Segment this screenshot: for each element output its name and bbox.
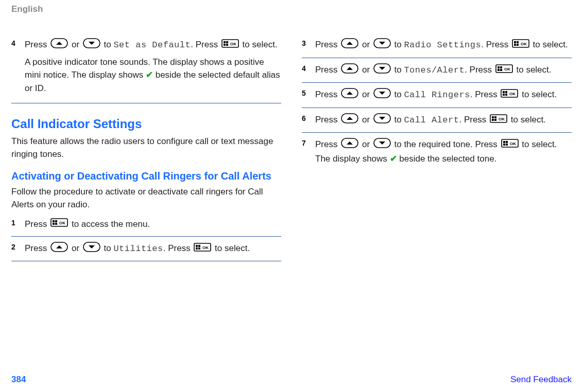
section-heading: Call Indicator Settings: [11, 117, 281, 131]
subsection-body: Follow the procedure to activate or deac…: [11, 186, 281, 211]
page-footer: 384 Send Feedback: [11, 375, 572, 385]
ok-button-icon: [221, 39, 239, 52]
menu-label: Tones/Alert: [404, 65, 465, 75]
step-5: 5 Press or to Call Ringers. Press to sel…: [302, 84, 572, 108]
down-button-icon: [373, 113, 391, 128]
up-button-icon: [50, 242, 68, 256]
step-number: 3: [302, 38, 315, 52]
step-7: 7 Press or to the required tone. Press t…: [302, 134, 572, 170]
step-number: 2: [11, 242, 25, 256]
down-button-icon: [83, 242, 100, 256]
page-number: 384: [11, 375, 26, 385]
up-button-icon: [341, 88, 358, 102]
ok-button-icon: [501, 138, 519, 152]
step-text: Press or to Call Ringers. Press to selec…: [315, 88, 572, 102]
down-button-icon: [373, 38, 391, 52]
subsection-heading: Activating or Deactivating Call Ringers …: [11, 170, 281, 183]
check-icon: ✔: [146, 70, 153, 80]
up-button-icon: [341, 38, 358, 52]
step-4-right: 4 Press or to Tones/Alert. Press to sele…: [302, 59, 572, 83]
ok-button-icon: [495, 64, 513, 77]
step-number: 4: [11, 38, 25, 98]
down-button-icon: [373, 88, 391, 102]
down-button-icon: [83, 38, 100, 52]
down-button-icon: [373, 63, 391, 78]
step-number: 7: [302, 138, 315, 165]
down-button-icon: [373, 138, 391, 152]
ok-button-icon: [501, 88, 518, 102]
language-header: English: [11, 4, 572, 14]
step-text: Press or to Call Alert. Press to select.: [315, 113, 572, 128]
step-number: 6: [302, 113, 315, 128]
step-text: Press or to Tones/Alert. Press to select…: [315, 63, 572, 78]
menu-label: Radio Settings: [404, 40, 481, 50]
step-text: Press or to Set as Default. Press to sel…: [25, 38, 281, 52]
step-number: 1: [11, 218, 25, 231]
step-number: 5: [302, 88, 315, 102]
send-feedback-link[interactable]: Send Feedback: [510, 375, 572, 385]
step-note: A positive indicator tone sounds. The di…: [25, 56, 281, 95]
section-body: This feature allows the radio users to c…: [11, 135, 281, 161]
check-icon: ✔: [390, 154, 397, 164]
step-3: 3 Press or to Radio Settings. Press to s…: [302, 34, 572, 58]
menu-label: Call Alert: [404, 115, 459, 125]
menu-label: Set as Default: [113, 40, 191, 50]
step-text: Press or to the required tone. Press to …: [315, 138, 572, 165]
step-1: 1 Press to access the menu.: [11, 213, 281, 237]
up-button-icon: [341, 63, 358, 78]
up-button-icon: [341, 113, 358, 128]
up-button-icon: [50, 38, 68, 52]
menu-label: Call Ringers: [404, 90, 470, 100]
right-column: 3 Press or to Radio Settings. Press to s…: [302, 34, 572, 262]
step-number: 4: [302, 63, 315, 78]
ok-button-icon: [490, 114, 507, 127]
step-4-left: 4 Press or to Set as Default. Press to s…: [11, 34, 281, 103]
step-6: 6 Press or to Call Alert. Press to selec…: [302, 109, 572, 133]
step-2: 2 Press or to Utilities. Press to select…: [11, 238, 281, 262]
up-button-icon: [341, 138, 358, 152]
step-text: Press to access the menu.: [25, 218, 281, 231]
ok-button-icon: [50, 218, 68, 231]
ok-button-icon: [512, 39, 529, 52]
ok-button-icon: [194, 242, 211, 256]
left-column: 4 Press or to Set as Default. Press to s…: [11, 34, 281, 262]
step-text: Press or to Utilities. Press to select.: [25, 242, 281, 256]
step-text: Press or to Radio Settings. Press to sel…: [315, 38, 572, 52]
menu-label: Utilities: [113, 244, 163, 254]
